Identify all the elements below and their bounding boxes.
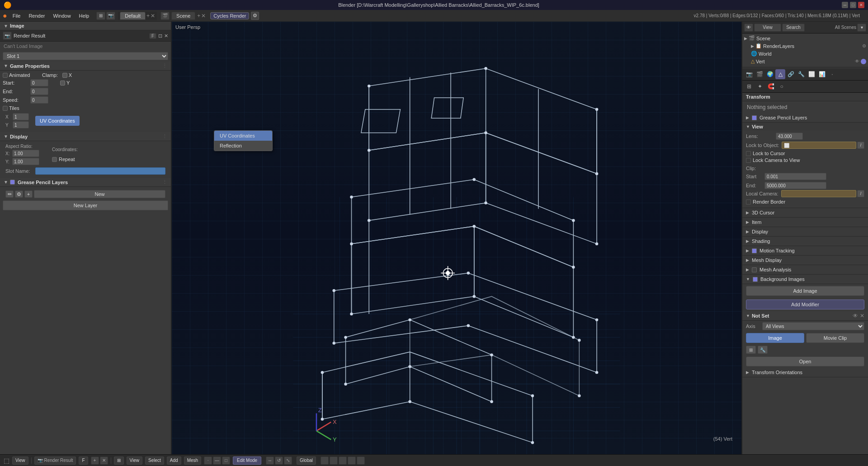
- rl-settings-icon[interactable]: ⚙: [862, 43, 866, 48]
- snap-icon[interactable]: 🧲: [766, 81, 776, 91]
- x-clamp-wrap[interactable]: X: [62, 72, 72, 78]
- gpl-add-icon[interactable]: +: [24, 190, 33, 198]
- local-cam-clear[interactable]: /: [857, 190, 864, 197]
- scene-tab-add[interactable]: +: [197, 13, 200, 19]
- vert-eye-icon[interactable]: 👁: [855, 59, 859, 64]
- view-section-header[interactable]: ▼ View: [742, 123, 868, 131]
- layout-tab-close[interactable]: ✕: [151, 13, 155, 19]
- gpl-toggle-row[interactable]: ▶ Grease Pencil Layers: [742, 113, 868, 123]
- img-icon-btn1[interactable]: ⊞: [746, 346, 756, 354]
- sb-icon4[interactable]: [348, 456, 356, 465]
- tree-scene-row[interactable]: ▶ 🎬 Scene: [742, 34, 868, 42]
- sb-edge-mode[interactable]: —: [213, 456, 221, 465]
- sb-vert-mode[interactable]: ·: [204, 456, 212, 465]
- minimize-button[interactable]: ─: [842, 2, 848, 8]
- layout-tab[interactable]: Default: [120, 12, 146, 20]
- 3d-cursor-row[interactable]: ▶ 3D Cursor: [742, 208, 868, 218]
- gpl-new-button[interactable]: New: [34, 190, 165, 198]
- aspect-y-input[interactable]: [12, 158, 39, 165]
- rp-search-btn[interactable]: View: [754, 24, 781, 32]
- aspect-x-input[interactable]: [12, 150, 39, 157]
- speed-input[interactable]: [30, 96, 48, 104]
- lock-cursor-checkbox[interactable]: [746, 151, 751, 156]
- gp-menu-icon[interactable]: ⋮: [162, 63, 167, 69]
- transform-orientations-row[interactable]: ▶ Transform Orientations: [742, 368, 868, 377]
- material-icon[interactable]: ⬜: [807, 69, 816, 79]
- tiles-checkbox[interactable]: [3, 106, 8, 111]
- viewport-scene[interactable]: User Persp: [172, 22, 741, 454]
- sb-select-btn[interactable]: Select: [145, 456, 164, 465]
- sb-scale-icon[interactable]: ⤡: [284, 456, 292, 465]
- close-button[interactable]: ✕: [858, 2, 864, 8]
- mesh-analysis-row[interactable]: ▶ Mesh Analysis: [742, 265, 868, 275]
- y-clamp-wrap[interactable]: Y: [60, 80, 70, 86]
- proportional-icon[interactable]: ○: [777, 81, 787, 91]
- repeat-checkbox[interactable]: [52, 157, 57, 162]
- gpl-toggle-checkbox[interactable]: [752, 115, 757, 120]
- sb-icon2[interactable]: [330, 456, 338, 465]
- sb-edit-mode-btn[interactable]: Edit Mode: [233, 456, 261, 465]
- sb-mesh-btn[interactable]: Mesh: [184, 456, 201, 465]
- add-image-button[interactable]: Add Image: [746, 286, 864, 296]
- sb-icon1[interactable]: [321, 456, 329, 465]
- display-section-header[interactable]: ▼ Display ⋮: [0, 132, 171, 141]
- img-icon-btn2[interactable]: 🔧: [758, 346, 768, 354]
- menu-help[interactable]: Help: [75, 12, 93, 19]
- maximize-button[interactable]: □: [850, 2, 856, 8]
- sb-viewport-icon[interactable]: ⊞: [114, 456, 124, 465]
- editor-type-icon2[interactable]: 📷: [106, 12, 115, 20]
- menu-render[interactable]: Render: [25, 12, 48, 19]
- local-cam-swatch[interactable]: [781, 190, 856, 197]
- gpl-new-layer-button[interactable]: New Layer: [3, 200, 168, 210]
- sb-close-icon[interactable]: ✕: [100, 456, 108, 465]
- bg-images-row[interactable]: ▼ Background Images: [742, 275, 868, 284]
- sb-view2-btn[interactable]: View: [127, 456, 143, 465]
- sb-view-btn[interactable]: View: [12, 456, 28, 465]
- rp-view-icon[interactable]: 👁: [744, 24, 753, 32]
- gpl-checkbox[interactable]: [10, 180, 15, 185]
- lock-cam-view-checkbox[interactable]: [746, 158, 751, 163]
- viewport[interactable]: User Persp: [172, 22, 741, 454]
- not-set-eye-icon[interactable]: 👁: [853, 313, 858, 319]
- start-input[interactable]: [30, 79, 48, 86]
- tree-renderlayers-row[interactable]: ▶ 📋 RenderLayers ⚙: [742, 42, 868, 50]
- uv-coordinates-button[interactable]: UV Coordinates: [35, 116, 80, 126]
- motion-tracking-row[interactable]: ▶ Motion Tracking: [742, 246, 868, 256]
- engine-settings-icon[interactable]: ⚙: [251, 12, 259, 20]
- mt-checkbox[interactable]: [752, 248, 757, 253]
- ma-checkbox[interactable]: [752, 267, 757, 272]
- constraint-icon[interactable]: 🔗: [786, 69, 796, 79]
- scene-type-icon[interactable]: 🎬: [160, 12, 170, 20]
- sb-icon5[interactable]: [357, 456, 365, 465]
- item-row[interactable]: ▶ Item: [742, 218, 868, 227]
- y-clamp-checkbox[interactable]: [60, 81, 65, 86]
- sb-face-mode[interactable]: □: [222, 456, 230, 465]
- object-props-icon[interactable]: △: [775, 69, 785, 79]
- all-scenes-dropdown[interactable]: ▾: [857, 24, 866, 32]
- animated-checkbox[interactable]: [3, 73, 8, 78]
- tiles-checkbox-wrap[interactable]: Tiles: [3, 105, 34, 111]
- fullscreen-icon[interactable]: ⊡: [158, 33, 162, 39]
- scene-props-icon[interactable]: 🎬: [755, 69, 764, 79]
- gpl-edit-icon[interactable]: ✏: [5, 190, 14, 198]
- movie-clip-button[interactable]: Movie Clip: [806, 333, 864, 343]
- scene-tab[interactable]: Scene: [171, 12, 195, 20]
- add-modifier-button[interactable]: Add Modifier: [746, 300, 864, 309]
- tree-world-row[interactable]: 🌐 World: [742, 50, 868, 57]
- render-border-checkbox[interactable]: [746, 200, 751, 204]
- tile-y-input[interactable]: [13, 121, 29, 128]
- render-props-icon[interactable]: 📷: [744, 69, 754, 79]
- layout-tab-add[interactable]: +: [146, 13, 150, 19]
- display-menu-icon[interactable]: ⋮: [162, 133, 167, 139]
- mesh-display-row[interactable]: ▶ Mesh Display: [742, 256, 868, 265]
- scene-tab-close[interactable]: ✕: [201, 13, 206, 19]
- open-button[interactable]: Open: [746, 357, 864, 366]
- sb-transform-icon[interactable]: ↔: [266, 456, 274, 465]
- sb-pin-btn[interactable]: F: [79, 456, 88, 465]
- sb-add-icon[interactable]: +: [91, 456, 99, 465]
- lock-cam-swatch[interactable]: ⬜: [782, 142, 856, 149]
- particles-icon[interactable]: ·: [827, 69, 837, 79]
- x-clamp-checkbox[interactable]: [62, 73, 67, 78]
- display-row-right[interactable]: ▶ Display: [742, 227, 868, 237]
- not-set-close-icon[interactable]: ✕: [860, 313, 864, 319]
